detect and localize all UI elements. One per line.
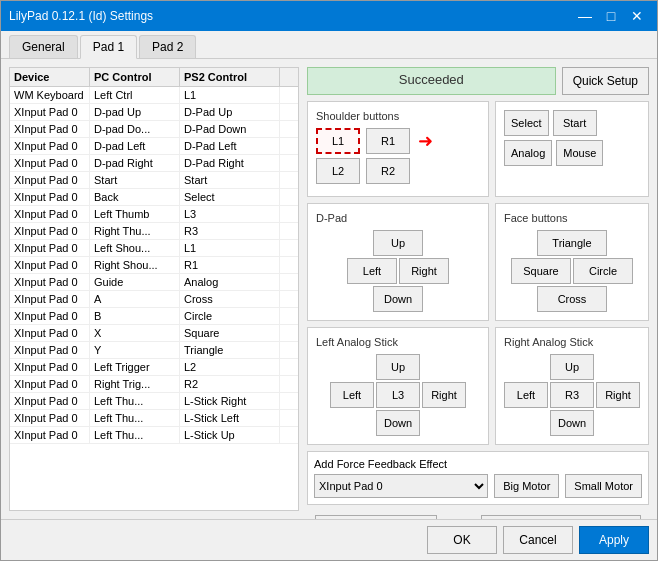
dpad-down-button[interactable]: Down [373,286,423,312]
table-row[interactable]: XInput Pad 0 Guide Analog [10,274,298,291]
table-row[interactable]: XInput Pad 0 Right Trig... R2 [10,376,298,393]
face-grid: Triangle Square Circle Cross [504,230,640,312]
r1-button[interactable]: R1 [366,128,410,154]
apply-button[interactable]: Apply [579,526,649,554]
td-device: XInput Pad 0 [10,240,90,256]
table-row[interactable]: XInput Pad 0 Right Thu... R3 [10,223,298,240]
circle-button[interactable]: Circle [573,258,633,284]
td-ps2: D-Pad Up [180,104,280,120]
tab-general[interactable]: General [9,35,78,58]
triangle-button[interactable]: Triangle [537,230,607,256]
td-pc: A [90,291,180,307]
title-bar: LilyPad 0.12.1 (Id) Settings — □ ✕ [1,1,657,31]
td-ps2: D-Pad Left [180,138,280,154]
left-col: Shoulder buttons L1 R1 ➜ L2 R2 D [307,101,489,445]
td-ps2: L1 [180,240,280,256]
right-analog-r3-button[interactable]: R3 [550,382,594,408]
maximize-button[interactable]: □ [599,6,623,26]
cancel-button[interactable]: Cancel [503,526,573,554]
table-row[interactable]: XInput Pad 0 Left Thumb L3 [10,206,298,223]
face-label: Face buttons [504,212,640,224]
td-pc: Left Thu... [90,410,180,426]
dpad-up-button[interactable]: Up [373,230,423,256]
dpad-right-button[interactable]: Right [399,258,449,284]
tab-pad2[interactable]: Pad 2 [139,35,196,58]
left-analog-l3-button[interactable]: L3 [376,382,420,408]
quick-setup-button[interactable]: Quick Setup [562,67,649,95]
td-ps2: Cross [180,291,280,307]
td-device: XInput Pad 0 [10,393,90,409]
table-row[interactable]: XInput Pad 0 Back Select [10,189,298,206]
analog-button[interactable]: Analog [504,140,552,166]
table-row[interactable]: XInput Pad 0 Left Thu... L-Stick Left [10,410,298,427]
cross-button[interactable]: Cross [537,286,607,312]
force-feedback-device-select[interactable]: XInput Pad 0 [314,474,488,498]
table-row[interactable]: XInput Pad 0 Left Thu... L-Stick Up [10,427,298,444]
right-analog-right-button[interactable]: Right [596,382,640,408]
td-ps2: Select [180,189,280,205]
table-row[interactable]: XInput Pad 0 B Circle [10,308,298,325]
table-row[interactable]: XInput Pad 0 Left Shou... L1 [10,240,298,257]
big-motor-button[interactable]: Big Motor [494,474,559,498]
left-analog-grid: Up Left L3 Right Down [316,354,480,436]
right-analog-section: Right Analog Stick Up Left R3 Right [495,327,649,445]
l1-button[interactable]: L1 [316,128,360,154]
close-button[interactable]: ✕ [625,6,649,26]
l2-button[interactable]: L2 [316,158,360,184]
td-device: XInput Pad 0 [10,223,90,239]
table-row[interactable]: WM Keyboard Left Ctrl L1 [10,87,298,104]
table-row[interactable]: XInput Pad 0 D-pad Do... D-Pad Down [10,121,298,138]
table-row[interactable]: XInput Pad 0 Left Trigger L2 [10,359,298,376]
tab-pad1[interactable]: Pad 1 [80,35,137,59]
shoulder-section: Shoulder buttons L1 R1 ➜ L2 R2 [307,101,489,197]
select-start-section: Select Start Analog Mouse [495,101,649,197]
table-row[interactable]: XInput Pad 0 Start Start [10,172,298,189]
window-title: LilyPad 0.12.1 (Id) Settings [9,9,153,23]
small-motor-button[interactable]: Small Motor [565,474,642,498]
dpad-left-button[interactable]: Left [347,258,397,284]
left-analog-left-button[interactable]: Left [330,382,374,408]
td-pc: D-pad Left [90,138,180,154]
td-ps2: L2 [180,359,280,375]
left-analog-up-button[interactable]: Up [376,354,420,380]
right-analog-label: Right Analog Stick [504,336,640,348]
minimize-button[interactable]: — [573,6,597,26]
td-device: XInput Pad 0 [10,325,90,341]
td-device: XInput Pad 0 [10,189,90,205]
td-device: XInput Pad 0 [10,121,90,137]
td-ps2: L3 [180,206,280,222]
face-section: Face buttons Triangle Square Circle Cros… [495,203,649,321]
force-feedback-row: XInput Pad 0 Big Motor Small Motor [314,474,642,498]
td-pc: D-pad Do... [90,121,180,137]
td-device: XInput Pad 0 [10,427,90,443]
table-row[interactable]: XInput Pad 0 Left Thu... L-Stick Right [10,393,298,410]
force-feedback-label: Add Force Feedback Effect [314,458,642,470]
table-row[interactable]: XInput Pad 0 X Square [10,325,298,342]
left-analog-section: Left Analog Stick Up Left L3 Right [307,327,489,445]
table-row[interactable]: XInput Pad 0 Y Triangle [10,342,298,359]
td-pc: X [90,325,180,341]
right-analog-left-button[interactable]: Left [504,382,548,408]
td-device: XInput Pad 0 [10,155,90,171]
right-analog-down-button[interactable]: Down [550,410,594,436]
table-row[interactable]: XInput Pad 0 A Cross [10,291,298,308]
select-button[interactable]: Select [504,110,549,136]
ok-button[interactable]: OK [427,526,497,554]
table-body: WM Keyboard Left Ctrl L1 XInput Pad 0 D-… [10,87,298,444]
right-analog-up-button[interactable]: Up [550,354,594,380]
left-analog-label: Left Analog Stick [316,336,480,348]
td-device: XInput Pad 0 [10,342,90,358]
left-analog-down-button[interactable]: Down [376,410,420,436]
mouse-button[interactable]: Mouse [556,140,603,166]
td-device: XInput Pad 0 [10,410,90,426]
td-ps2: R2 [180,376,280,392]
table-row[interactable]: XInput Pad 0 D-pad Left D-Pad Left [10,138,298,155]
square-button[interactable]: Square [511,258,571,284]
r2-button[interactable]: R2 [366,158,410,184]
table-row[interactable]: XInput Pad 0 Right Shou... R1 [10,257,298,274]
table-row[interactable]: XInput Pad 0 D-pad Right D-Pad Right [10,155,298,172]
table-row[interactable]: XInput Pad 0 D-pad Up D-Pad Up [10,104,298,121]
td-device: XInput Pad 0 [10,308,90,324]
start-button[interactable]: Start [553,110,597,136]
left-analog-right-button[interactable]: Right [422,382,466,408]
